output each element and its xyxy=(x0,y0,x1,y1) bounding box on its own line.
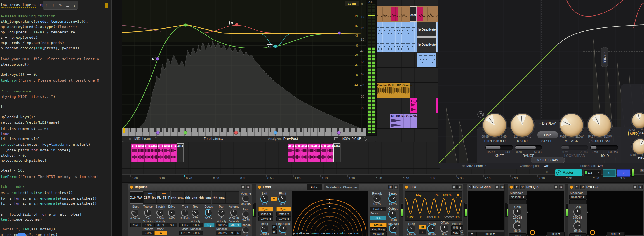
send-a-value[interactable]: 0 xyxy=(603,169,616,177)
trig-button[interactable]: Trig xyxy=(204,223,215,227)
hz-mode-button[interactable]: Hz xyxy=(419,225,426,229)
velocity-value[interactable]: 0.00 % xyxy=(216,223,229,227)
release-knob[interactable] xyxy=(588,114,611,137)
range-slider[interactable] xyxy=(515,145,542,150)
decay-knob[interactable] xyxy=(205,209,213,217)
input-gain-knob[interactable] xyxy=(260,224,269,233)
oversampling-value[interactable]: Off xyxy=(544,164,548,168)
chevron-down-icon[interactable]: ▼ xyxy=(420,216,422,218)
keyboard-band-dot[interactable] xyxy=(184,131,187,135)
save-preset-icon[interactable]: ▣ xyxy=(394,185,398,189)
echo-filter-bar[interactable]: ▶■FilterHP50.0 HzRes0.00LP5.00 kHzRes0.0… xyxy=(292,231,368,236)
impulse-knob-value[interactable]: 0.00 xyxy=(169,217,174,220)
side-knob-value[interactable]: 0 st xyxy=(244,234,248,236)
output-value[interactable]: 0.0 dB xyxy=(389,219,397,222)
sync-mode-button[interactable]: ♪ xyxy=(419,230,426,234)
transp-knob[interactable] xyxy=(144,209,152,217)
lp-freq-value[interactable]: 5.00 kHz xyxy=(337,232,347,235)
band-gain-readout[interactable]: 12 dB xyxy=(345,1,359,6)
stretch-knob[interactable] xyxy=(156,209,164,217)
time-side-knob[interactable] xyxy=(242,210,250,218)
rate-value[interactable]: 2.07 Hz xyxy=(407,233,416,236)
start-knob[interactable] xyxy=(131,209,139,217)
chevron-down-icon[interactable]: ▼ xyxy=(485,164,487,167)
side-knob-value[interactable]: 0.0 % xyxy=(242,218,250,221)
impulse-slot[interactable] xyxy=(225,191,239,204)
hot-swap-icon[interactable]: ⇄ xyxy=(554,185,558,189)
expand-arrow-icon[interactable] xyxy=(587,211,588,214)
run-cell-button[interactable] xyxy=(17,233,26,236)
param-b-selector[interactable]: none ▼ xyxy=(547,232,565,236)
device-title-bar[interactable]: LFO⇄▣ xyxy=(403,184,463,190)
wrench-icon[interactable]: ⚒ xyxy=(580,185,585,189)
sidechain-chain-selector[interactable] xyxy=(569,200,587,204)
volume-side-knob[interactable] xyxy=(242,195,250,202)
hold-button[interactable]: Hold xyxy=(451,230,460,235)
device-activator[interactable] xyxy=(130,185,133,189)
hold-slider[interactable] xyxy=(590,145,618,150)
side-knob-value[interactable]: 0.00 dB xyxy=(241,202,251,205)
soft-button[interactable]: Soft xyxy=(130,223,141,227)
impulse-knob-value[interactable]: 18.5 kHz xyxy=(179,217,190,220)
send-b-value[interactable]: 0 xyxy=(617,169,630,177)
ratio-knob[interactable] xyxy=(511,114,534,137)
phase-invert-button[interactable]: Ø xyxy=(272,230,277,234)
left-mode-selector[interactable]: Dotted ▼ xyxy=(258,212,273,216)
threshold-knob[interactable] xyxy=(483,114,506,137)
impulse-slot[interactable]: rhh_sna xyxy=(198,191,211,204)
attack-knob[interactable] xyxy=(560,114,583,137)
velocity-value[interactable]: 0.0 % xyxy=(190,223,203,227)
tab-character[interactable]: Character xyxy=(341,184,359,190)
right-offset-value[interactable]: 0.0 % ◀ xyxy=(276,216,291,221)
band-badge[interactable]: M xyxy=(151,57,156,61)
zoom-readout[interactable]: 100% xyxy=(341,137,350,141)
lookahead-slider[interactable] xyxy=(561,145,588,150)
freq-knob[interactable] xyxy=(181,209,189,217)
gain-value[interactable]: 0.00 dB xyxy=(513,216,522,219)
fold-icon[interactable]: ▼ xyxy=(514,185,519,189)
slider-handle[interactable] xyxy=(591,146,597,149)
hot-swap-icon[interactable]: ⇄ xyxy=(388,185,393,189)
input-gain-value[interactable]: -20 dB xyxy=(260,233,269,236)
mix-value[interactable]: 100 % xyxy=(574,230,582,233)
keyboard-band-dot[interactable] xyxy=(274,131,277,135)
fold-icon[interactable]: ▼ xyxy=(575,185,579,189)
jitter-value[interactable]: 0 % xyxy=(434,215,439,219)
ping-pong-button[interactable]: Ping Pong xyxy=(370,227,387,232)
stereo-value[interactable]: 100 % xyxy=(389,202,397,205)
pan-knob[interactable] xyxy=(218,209,225,217)
slider-handle[interactable] xyxy=(486,146,501,149)
random-value[interactable]: 0.0 % xyxy=(142,231,155,235)
plugin-mix-knob[interactable] xyxy=(573,221,582,230)
left-division-value[interactable]: 1/16 xyxy=(262,202,267,205)
offset-knob[interactable] xyxy=(440,224,449,233)
save-preset-icon[interactable]: ▣ xyxy=(638,185,643,189)
slider-handle[interactable] xyxy=(515,146,536,149)
expand-arrow-icon[interactable] xyxy=(527,211,528,214)
impulse-slot[interactable]: rhh_sna xyxy=(184,191,198,204)
right-division-value[interactable]: 1/16 xyxy=(280,202,285,205)
depth-value[interactable]: 100 % xyxy=(428,233,436,236)
slider-handle[interactable] xyxy=(561,146,569,149)
analyzer-mode-button[interactable]: Pre+Post xyxy=(283,137,298,141)
save-preset-icon[interactable]: ▣ xyxy=(559,185,563,189)
impulse-slot[interactable]: rhh_sna xyxy=(212,191,225,204)
sidechain-input-selector[interactable]: No Input ▼ xyxy=(569,195,587,200)
param-a-selector[interactable]: ▼ xyxy=(468,232,476,236)
mute-button[interactable]: M xyxy=(229,231,235,235)
sat-button[interactable]: Sat xyxy=(167,223,177,227)
random-value[interactable]: 0.0 % xyxy=(190,231,203,235)
side-chain-expander[interactable]: «SIDE CHAIN xyxy=(531,157,565,163)
auto-release-chip[interactable]: AUTO xyxy=(589,139,599,143)
filter-button[interactable]: Filter xyxy=(179,223,191,227)
plugin-gain-knob[interactable] xyxy=(573,207,582,216)
tab-echo[interactable]: Echo xyxy=(307,184,322,190)
phase-value[interactable]: 0 % ◀ xyxy=(451,225,463,230)
solo-button[interactable]: S xyxy=(235,231,241,235)
mode-selector[interactable]: A xyxy=(154,231,167,235)
left-offset-value[interactable]: 0.0 % ◀ xyxy=(258,216,273,221)
device-title-bar[interactable]: ▼⚒Pro-Q 3⇄▣ xyxy=(508,184,565,190)
quantize-grid-selector[interactable]: 1/2▼ xyxy=(583,169,601,176)
impulse-slot[interactable]: PL_TS_F xyxy=(157,191,170,204)
device-title-bar[interactable]: ⚒SSLGChan...⇄▣ xyxy=(467,184,504,190)
